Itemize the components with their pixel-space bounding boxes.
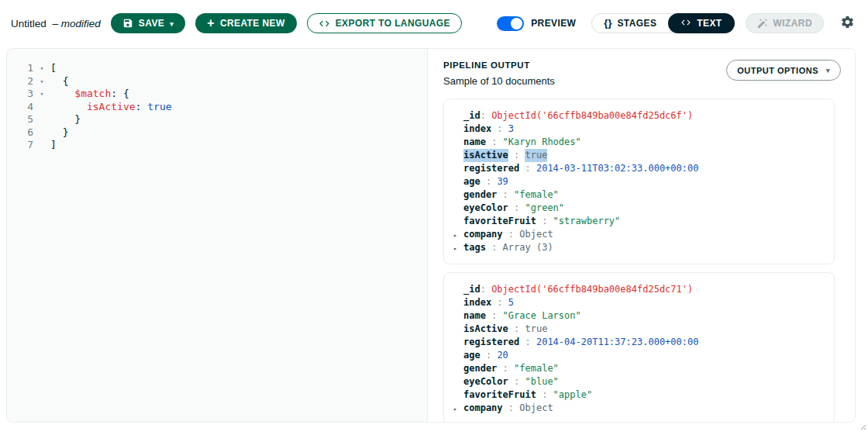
- field-key: favoriteFruit: [463, 388, 536, 402]
- field-separator: :: [519, 336, 536, 349]
- field-separator: :: [519, 162, 536, 175]
- code-token: [: [50, 62, 57, 74]
- export-to-language-button[interactable]: EXPORT TO LANGUAGE: [307, 13, 462, 33]
- field-separator: :: [503, 228, 520, 241]
- fold-caret-icon[interactable]: ▾: [33, 75, 50, 88]
- expand-caret-placeholder: [453, 109, 463, 123]
- field-key: age: [463, 175, 480, 188]
- line-number: 5: [7, 113, 33, 126]
- line-number: 4: [7, 101, 33, 114]
- field-separator: :: [486, 241, 503, 254]
- document-card: _id: ObjectId('66cffb849ba00e84fd25dc6f'…: [443, 98, 835, 264]
- field-key: gender: [463, 188, 497, 202]
- field-key: _id: [463, 283, 480, 296]
- field-key: name: [463, 309, 486, 323]
- output-options-caret-down-icon: ▾: [826, 67, 830, 74]
- field-value: ObjectId('66cffb849ba00e84fd25dc6f'): [491, 109, 693, 123]
- field-value: "Karyn Rhodes": [503, 136, 581, 149]
- save-caret-down-icon[interactable]: ▾: [170, 21, 174, 28]
- expand-caret-icon[interactable]: ▸: [453, 402, 463, 415]
- code-token: {: [50, 75, 68, 87]
- create-new-button[interactable]: + CREATE NEW: [195, 13, 297, 33]
- document-field-row: name : "Karyn Rhodes": [453, 136, 822, 149]
- field-separator: :: [508, 323, 525, 336]
- document-field-row: isActive : true: [453, 149, 822, 162]
- view-controls: PREVIEW {} STAGES TEXT WIZARD: [497, 13, 855, 33]
- field-key: isActive: [463, 323, 508, 336]
- document-field-row: eyeColor : "green": [453, 202, 822, 215]
- field-separator: :: [508, 202, 525, 215]
- field-value: "strawberry": [553, 215, 621, 228]
- tab-text[interactable]: TEXT: [668, 13, 734, 33]
- fold-caret-placeholder: [33, 126, 50, 140]
- preview-toggle[interactable]: [497, 16, 524, 31]
- document-field-row: eyeColor : "blue": [453, 375, 822, 388]
- expand-caret-placeholder: [453, 175, 463, 188]
- expand-caret-placeholder: [453, 349, 463, 362]
- expand-caret-placeholder: [453, 336, 463, 349]
- field-separator: :: [503, 402, 520, 415]
- fold-caret-placeholder: [33, 139, 50, 152]
- expand-caret-placeholder: [453, 323, 463, 336]
- code-line: 7]: [7, 139, 427, 152]
- field-key: registered: [463, 336, 519, 349]
- save-icon: [122, 18, 133, 29]
- output-options-button[interactable]: OUTPUT OPTIONS ▾: [726, 60, 841, 81]
- document-field-row: name : "Grace Larson": [453, 309, 822, 323]
- pipeline-workspace: 1▾[2▾ {3▾ $match: {4 isActive: true5 }6 …: [6, 48, 856, 423]
- export-button-label: EXPORT TO LANGUAGE: [336, 18, 450, 29]
- create-new-button-label: CREATE NEW: [220, 18, 285, 29]
- field-value: "apple": [553, 388, 593, 402]
- expand-caret-icon[interactable]: ▸: [453, 228, 463, 241]
- preview-toggle-knob: [511, 18, 522, 29]
- code-text: $match: {: [50, 88, 129, 101]
- field-key: gender: [463, 362, 497, 375]
- code-token: $match: [74, 88, 111, 99]
- expand-caret-placeholder: [453, 149, 463, 162]
- expand-caret-icon[interactable]: ▸: [453, 241, 463, 254]
- field-value: true: [525, 149, 547, 162]
- fold-caret-icon[interactable]: ▾: [33, 88, 50, 101]
- window-resize-handle-icon[interactable]: [858, 419, 866, 433]
- braces-icon: {}: [604, 17, 611, 29]
- code-line: 2▾ {: [7, 75, 427, 88]
- field-separator: :: [480, 283, 491, 296]
- document-field-row: age : 20: [453, 349, 822, 362]
- expand-caret-placeholder: [453, 362, 463, 375]
- field-value: "female": [514, 188, 559, 202]
- fold-caret-icon[interactable]: ▾: [33, 62, 50, 75]
- document-field-row: isActive : true: [453, 323, 822, 336]
- field-value: Array (3): [503, 241, 553, 254]
- wizard-button[interactable]: WIZARD: [746, 13, 824, 33]
- field-value: 2014-03-11T03:02:33.000+00:00: [536, 162, 699, 175]
- field-key: tags: [463, 241, 486, 254]
- expand-caret-placeholder: [453, 283, 463, 296]
- code-token: isActive: [87, 101, 136, 112]
- code-token: [50, 101, 87, 112]
- field-key: _id: [463, 109, 480, 123]
- expand-caret-placeholder: [453, 215, 463, 228]
- document-preview-list[interactable]: _id: ObjectId('66cffb849ba00e84fd25dc6f'…: [428, 87, 855, 422]
- stages-text-segmented-control: {} STAGES TEXT: [591, 13, 734, 33]
- tab-stages-label: STAGES: [617, 18, 656, 29]
- expand-caret-placeholder: [453, 375, 463, 388]
- code-line: 1▾[: [7, 62, 427, 75]
- settings-gear-button[interactable]: [840, 15, 855, 33]
- tab-stages[interactable]: {} STAGES: [591, 13, 669, 33]
- field-value: "blue": [525, 375, 558, 388]
- code-token: ]: [50, 139, 57, 150]
- code-icon: [680, 17, 691, 30]
- wizard-button-label: WIZARD: [773, 18, 812, 29]
- save-button[interactable]: SAVE ▾: [111, 13, 185, 33]
- field-key: registered: [463, 162, 519, 175]
- field-separator: :: [486, 309, 503, 323]
- expand-caret-placeholder: [453, 388, 463, 402]
- expand-caret-placeholder: [453, 202, 463, 215]
- expand-caret-placeholder: [453, 123, 463, 136]
- expand-caret-placeholder: [453, 188, 463, 202]
- code-text: {: [50, 75, 68, 88]
- document-field-row: _id: ObjectId('66cffb849ba00e84fd25dc6f'…: [453, 109, 822, 123]
- plus-icon: +: [207, 17, 215, 29]
- pipeline-code-editor[interactable]: 1▾[2▾ {3▾ $match: {4 isActive: true5 }6 …: [7, 49, 428, 422]
- code-text: isActive: true: [50, 101, 172, 114]
